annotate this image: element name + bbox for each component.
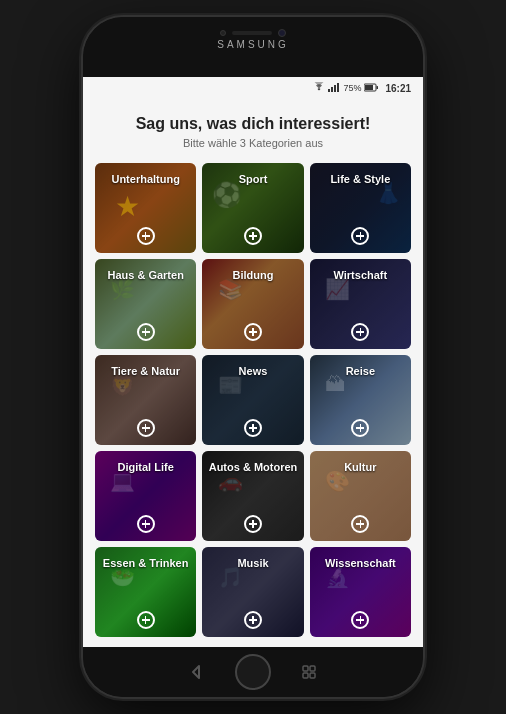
category-label-musik: Musik xyxy=(202,557,303,569)
page-subtitle: Bitte wähle 3 Kategorien aus xyxy=(95,137,411,149)
category-plus-haus[interactable] xyxy=(137,323,155,341)
bottom-bezel xyxy=(83,647,423,697)
svg-rect-2 xyxy=(334,85,336,92)
front-sensor xyxy=(220,30,226,36)
scroll-container[interactable]: Sag uns, was dich interessiert! Bitte wä… xyxy=(83,99,423,647)
svg-rect-8 xyxy=(303,666,308,671)
category-label-reise: Reise xyxy=(310,365,411,377)
category-label-wirtschaft: Wirtschaft xyxy=(310,269,411,281)
category-item-autos[interactable]: Autos & Motoren xyxy=(202,451,303,541)
category-plus-reise[interactable] xyxy=(351,419,369,437)
category-label-lifestyle: Life & Style xyxy=(310,173,411,185)
category-plus-wissenschaft[interactable] xyxy=(351,611,369,629)
category-item-haus[interactable]: Haus & Garten xyxy=(95,259,196,349)
category-item-wissenschaft[interactable]: Wissenschaft xyxy=(310,547,411,637)
category-label-autos: Autos & Motoren xyxy=(202,461,303,473)
category-plus-autos[interactable] xyxy=(244,515,262,533)
category-item-reise[interactable]: Reise xyxy=(310,355,411,445)
category-label-kultur: Kultur xyxy=(310,461,411,473)
status-time: 16:21 xyxy=(385,83,411,94)
category-label-wissenschaft: Wissenschaft xyxy=(310,557,411,569)
category-item-news[interactable]: News xyxy=(202,355,303,445)
svg-rect-10 xyxy=(303,673,308,678)
category-label-digital: Digital Life xyxy=(95,461,196,473)
category-plus-digital[interactable] xyxy=(137,515,155,533)
categories-grid: UnterhaltungSportLife & StyleHaus & Gart… xyxy=(95,163,411,637)
svg-rect-11 xyxy=(310,673,315,678)
main-content: Sag uns, was dich interessiert! Bitte wä… xyxy=(83,99,423,647)
front-camera xyxy=(278,29,286,37)
category-item-sport[interactable]: Sport xyxy=(202,163,303,253)
category-plus-bildung[interactable] xyxy=(244,323,262,341)
battery-percent: 75% xyxy=(343,83,361,93)
category-item-tiere[interactable]: Tiere & Natur xyxy=(95,355,196,445)
top-bezel: SAMSUNG xyxy=(83,17,423,77)
home-button[interactable] xyxy=(235,654,271,690)
category-label-tiere: Tiere & Natur xyxy=(95,365,196,377)
wifi-icon xyxy=(313,82,325,94)
category-item-essen[interactable]: Essen & Trinken xyxy=(95,547,196,637)
brand-logo: SAMSUNG xyxy=(217,39,289,50)
category-item-wirtschaft[interactable]: Wirtschaft xyxy=(310,259,411,349)
svg-rect-1 xyxy=(331,87,333,92)
phone-frame: SAMSUNG xyxy=(83,17,423,697)
category-item-unterhaltung[interactable]: Unterhaltung xyxy=(95,163,196,253)
category-item-digital[interactable]: Digital Life xyxy=(95,451,196,541)
category-plus-news[interactable] xyxy=(244,419,262,437)
category-plus-tiere[interactable] xyxy=(137,419,155,437)
svg-rect-3 xyxy=(337,83,339,92)
category-plus-sport[interactable] xyxy=(244,227,262,245)
svg-rect-5 xyxy=(365,85,373,90)
category-plus-essen[interactable] xyxy=(137,611,155,629)
category-item-kultur[interactable]: Kultur xyxy=(310,451,411,541)
category-label-unterhaltung: Unterhaltung xyxy=(95,173,196,185)
signal-icon xyxy=(328,82,340,94)
category-plus-kultur[interactable] xyxy=(351,515,369,533)
category-item-bildung[interactable]: Bildung xyxy=(202,259,303,349)
category-label-haus: Haus & Garten xyxy=(95,269,196,281)
svg-rect-9 xyxy=(310,666,315,671)
category-plus-wirtschaft[interactable] xyxy=(351,323,369,341)
back-button[interactable] xyxy=(189,664,205,680)
category-label-bildung: Bildung xyxy=(202,269,303,281)
page-title: Sag uns, was dich interessiert! xyxy=(95,115,411,133)
category-plus-unterhaltung[interactable] xyxy=(137,227,155,245)
svg-rect-6 xyxy=(377,86,379,89)
category-item-musik[interactable]: Musik xyxy=(202,547,303,637)
category-label-news: News xyxy=(202,365,303,377)
battery-icon xyxy=(364,83,378,94)
category-label-sport: Sport xyxy=(202,173,303,185)
category-plus-musik[interactable] xyxy=(244,611,262,629)
earpiece-speaker xyxy=(232,31,272,35)
svg-rect-0 xyxy=(328,89,330,92)
category-plus-lifestyle[interactable] xyxy=(351,227,369,245)
category-label-essen: Essen & Trinken xyxy=(95,557,196,569)
recents-button[interactable] xyxy=(301,664,317,680)
category-item-lifestyle[interactable]: Life & Style xyxy=(310,163,411,253)
svg-marker-7 xyxy=(193,666,199,678)
status-bar: 75% 16:21 xyxy=(83,77,423,99)
